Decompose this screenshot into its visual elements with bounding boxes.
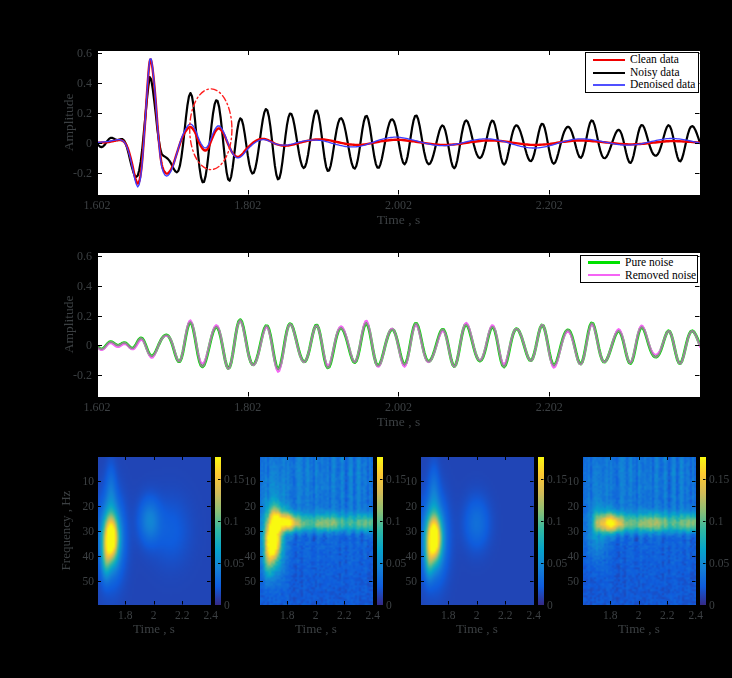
legend-label: Denoised data: [630, 79, 695, 91]
legend-label: Pure noise: [625, 257, 673, 269]
removed-noise-line-swatch: [588, 274, 620, 276]
noisy-data-line-swatch: [593, 72, 625, 74]
legend-item-pure-noise: Pure noise: [581, 257, 697, 269]
legend-item-denoised-data: Denoised data: [586, 79, 698, 91]
figure-canvas: [0, 0, 732, 678]
legend-item-noisy-data: Noisy data: [586, 67, 698, 79]
figure: Clean data Noisy data Denoised data Pure…: [0, 0, 732, 678]
legend-denoising: Clean data Noisy data Denoised data: [585, 52, 699, 93]
legend-item-removed-noise: Removed noise: [581, 270, 697, 282]
legend-label: Noisy data: [630, 67, 680, 79]
denoised-data-line-swatch: [593, 84, 625, 86]
clean-data-line-swatch: [593, 59, 625, 61]
pure-noise-line-swatch: [588, 261, 620, 264]
legend-noise: Pure noise Removed noise: [580, 255, 698, 283]
legend-label: Clean data: [630, 54, 679, 66]
legend-item-clean-data: Clean data: [586, 54, 698, 66]
legend-label: Removed noise: [625, 270, 696, 282]
